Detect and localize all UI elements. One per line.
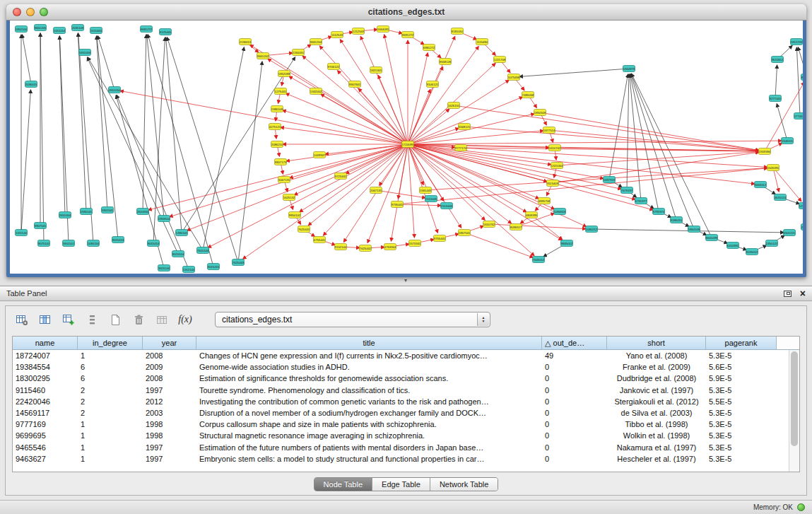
- network-node[interactable]: 1664879: [623, 66, 635, 72]
- network-node[interactable]: 9075141: [38, 240, 50, 247]
- network-node[interactable]: 9558128: [440, 59, 452, 65]
- column-header-in_degree[interactable]: in_degree: [78, 337, 143, 349]
- network-node[interactable]: 9845012: [561, 240, 573, 247]
- network-node[interactable]: 1626151: [448, 103, 460, 109]
- network-edge[interactable]: [408, 36, 455, 144]
- network-edge[interactable]: [397, 168, 767, 204]
- table-row[interactable]: 911546021997Tourette syndrome. Phenomeno…: [13, 385, 789, 396]
- network-node[interactable]: 9015514: [172, 251, 184, 257]
- network-edge[interactable]: [408, 144, 635, 199]
- close-panel-icon[interactable]: ×: [800, 288, 806, 298]
- network-node[interactable]: 9245012: [746, 249, 758, 255]
- table-row[interactable]: 969969511998Structural magnetic resonanc…: [13, 430, 789, 441]
- network-edge[interactable]: [631, 74, 694, 229]
- network-edge[interactable]: [408, 80, 509, 144]
- network-node[interactable]: 2450122: [766, 240, 778, 247]
- network-node[interactable]: 2067131: [370, 187, 382, 194]
- close-window-button[interactable]: [13, 8, 21, 16]
- row-selector-icon[interactable]: [83, 310, 101, 329]
- network-edge[interactable]: [98, 36, 114, 90]
- network-edge[interactable]: [464, 127, 759, 151]
- network-node[interactable]: 1342002: [310, 88, 322, 95]
- network-node[interactable]: 7645012: [533, 257, 545, 263]
- network-node[interactable]: 2610650: [137, 209, 149, 215]
- network-node[interactable]: 1590141: [81, 209, 93, 215]
- network-node[interactable]: 5568121: [459, 124, 471, 130]
- network-node[interactable]: 1559384: [759, 148, 771, 155]
- network-node[interactable]: 1573341: [409, 240, 421, 247]
- network-node[interactable]: 2036015: [25, 81, 37, 88]
- network-edge[interactable]: [777, 104, 787, 141]
- tab-edge-table[interactable]: Edge Table: [372, 478, 430, 491]
- network-node[interactable]: 2035109: [72, 25, 84, 31]
- network-edge[interactable]: [408, 109, 449, 144]
- network-node[interactable]: 1850509: [534, 110, 546, 116]
- network-node[interactable]: 1877514: [543, 127, 555, 134]
- new-table-icon[interactable]: [106, 310, 124, 329]
- network-edge[interactable]: [143, 35, 146, 211]
- network-node[interactable]: 1513445: [425, 196, 437, 202]
- network-node[interactable]: 8641099: [706, 235, 718, 241]
- network-node[interactable]: 4809395: [526, 212, 538, 218]
- network-node[interactable]: 9152144: [335, 244, 347, 250]
- network-node[interactable]: 9106121: [427, 81, 439, 88]
- table-row[interactable]: 1938455462009Genome-wide association stu…: [13, 361, 789, 373]
- network-edge[interactable]: [553, 152, 759, 183]
- network-edge[interactable]: [464, 233, 533, 257]
- network-edge[interactable]: [294, 144, 408, 195]
- network-node[interactable]: 1390141: [176, 230, 188, 236]
- network-node[interactable]: 6410991: [727, 243, 739, 249]
- network-node[interactable]: 1867541: [459, 230, 471, 236]
- network-node[interactable]: 2774411: [794, 113, 804, 119]
- window-titlebar[interactable]: citations_edges.txt: [6, 4, 806, 21]
- network-edge[interactable]: [519, 69, 629, 76]
- network-edge[interactable]: [408, 141, 782, 144]
- network-edge[interactable]: [796, 47, 800, 116]
- network-node[interactable]: 1610762: [483, 221, 495, 228]
- import-table-icon[interactable]: [153, 310, 171, 329]
- network-node[interactable]: 1626391: [767, 165, 779, 171]
- network-node[interactable]: 9791974: [653, 209, 665, 215]
- network-node[interactable]: 1513446: [441, 203, 453, 209]
- network-node[interactable]: 1821301: [370, 67, 382, 74]
- network-edge[interactable]: [454, 105, 759, 151]
- network-node[interactable]: 9125440: [160, 29, 172, 35]
- network-node[interactable]: 1625132: [283, 194, 295, 201]
- network-node[interactable]: 6755441: [314, 237, 326, 243]
- table-row[interactable]: 1456911722003Disruption of a novel membe…: [13, 407, 789, 419]
- network-canvas[interactable]: 1724095185209912754411986109427512120862…: [10, 21, 803, 274]
- network-edge[interactable]: [290, 144, 408, 178]
- network-node[interactable]: 1852099: [278, 71, 290, 77]
- column-header-year[interactable]: year: [143, 337, 196, 349]
- network-node[interactable]: 9691272: [402, 32, 414, 38]
- column-header-out_degree[interactable]: △ out_de…: [542, 337, 607, 349]
- network-edge[interactable]: [302, 56, 408, 144]
- network-node[interactable]: 1080212: [586, 226, 598, 233]
- network-node[interactable]: 1094653: [554, 209, 566, 215]
- network-edge[interactable]: [203, 47, 244, 250]
- network-node[interactable]: 3067131: [278, 177, 290, 183]
- table-row[interactable]: 946362711997Embryonic stem cells: a mode…: [13, 453, 789, 465]
- function-builder-icon[interactable]: f(x): [176, 310, 194, 329]
- network-node[interactable]: 1151244: [54, 28, 66, 34]
- network-node[interactable]: 1311144: [16, 230, 28, 236]
- table-row[interactable]: 1830029562008Estimation of significance …: [13, 373, 789, 384]
- network-node[interactable]: 9011144: [158, 265, 170, 271]
- network-node[interactable]: 1812233: [791, 39, 803, 45]
- network-node[interactable]: 9015414: [148, 240, 160, 247]
- network-edge[interactable]: [775, 65, 777, 98]
- network-node[interactable]: 7485058: [522, 92, 534, 98]
- network-edge[interactable]: [408, 144, 512, 223]
- delete-table-icon[interactable]: [129, 310, 148, 329]
- network-node[interactable]: 9706122: [328, 64, 340, 70]
- network-node[interactable]: 1009947: [314, 152, 326, 158]
- table-vertical-scrollbar[interactable]: [789, 350, 799, 472]
- network-node[interactable]: 9907541: [35, 223, 47, 229]
- network-edge[interactable]: [22, 35, 31, 84]
- network-node[interactable]: 6791977: [635, 198, 647, 204]
- table-row[interactable]: 2242004622012Investigating the contribut…: [13, 396, 789, 407]
- network-node[interactable]: 1090154: [88, 240, 100, 247]
- network-edge[interactable]: [540, 112, 759, 151]
- network-node[interactable]: 9723441: [335, 173, 347, 180]
- network-node[interactable]: 7610144: [197, 247, 209, 254]
